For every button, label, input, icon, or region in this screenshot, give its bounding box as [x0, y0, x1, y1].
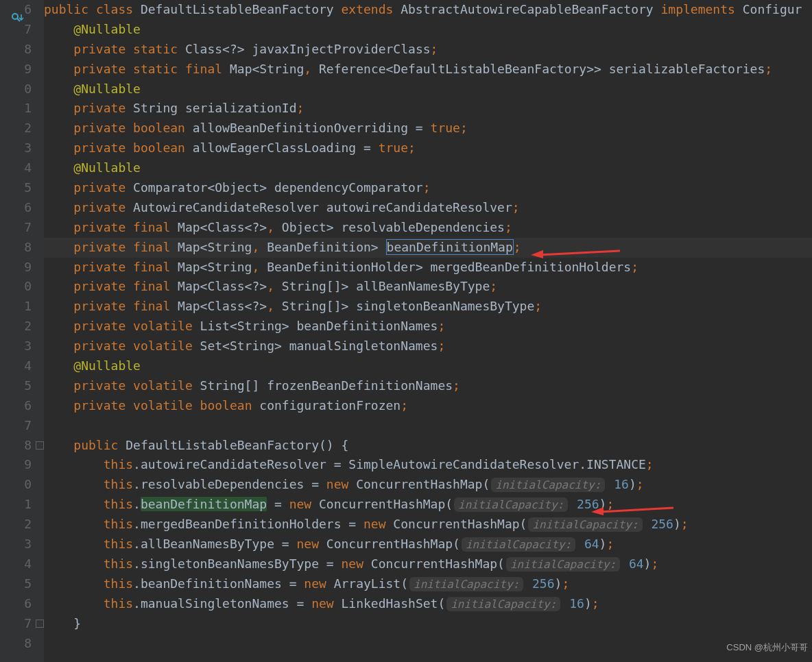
line-number: 9 — [0, 60, 32, 79]
line-number: 2 — [0, 119, 32, 138]
line-number: 9 — [0, 258, 32, 278]
fold-marker-icon[interactable] — [36, 620, 44, 628]
line-number: 1 — [0, 495, 32, 515]
code-line[interactable]: private String serializationId; — [44, 99, 812, 119]
code-line[interactable]: private AutowireCandidateResolver autowi… — [44, 198, 812, 218]
line-number: 7 — [0, 20, 32, 40]
code-line[interactable]: private Comparator<Object> dependencyCom… — [44, 178, 812, 198]
code-line[interactable]: this.mergedBeanDefinitionHolders = new C… — [44, 515, 812, 535]
svg-line-1 — [17, 19, 20, 21]
svg-point-0 — [12, 14, 18, 19]
line-number: 0 — [0, 277, 32, 297]
line-number: 4 — [0, 356, 32, 376]
code-line[interactable]: private static final Map<String, Referen… — [44, 60, 812, 79]
code-line[interactable]: this.allBeanNamesByType = new Concurrent… — [44, 535, 812, 554]
line-number: 0 — [0, 475, 32, 495]
code-line[interactable]: this.beanDefinitionMap = new ConcurrentH… — [44, 495, 812, 515]
code-line[interactable]: public class DefaultListableBeanFactory … — [44, 0, 812, 20]
code-line[interactable]: public DefaultListableBeanFactory() { — [44, 436, 812, 456]
code-line[interactable]: this.singletonBeanNamesByType = new Conc… — [44, 554, 812, 574]
line-number: 3 — [0, 138, 32, 158]
parameter-hint: initialCapacity: — [506, 557, 620, 572]
line-number: 8 — [0, 238, 32, 258]
code-area[interactable]: public class DefaultListableBeanFactory … — [44, 0, 812, 662]
code-line[interactable]: this.resolvableDependencies = new Concur… — [44, 475, 812, 495]
parameter-hint: initialCapacity: — [446, 597, 560, 611]
fold-marker-icon[interactable] — [36, 441, 44, 450]
watermark: CSDN @杭州小哥哥 — [726, 638, 808, 658]
line-number: 4 — [0, 158, 32, 178]
line-number-gutter: 678901234567890123456789012345678 — [0, 0, 44, 662]
line-number: 7 — [0, 218, 32, 238]
code-line[interactable]: private volatile List<String> beanDefini… — [44, 317, 812, 336]
code-line[interactable]: private boolean allowEagerClassLoading =… — [44, 138, 812, 158]
code-line[interactable]: } — [44, 614, 812, 634]
code-line[interactable]: @Nullable — [44, 356, 812, 376]
line-number: 8 — [0, 40, 32, 60]
line-number: 3 — [0, 535, 32, 554]
line-number: 6 — [0, 594, 32, 614]
line-number: 3 — [0, 336, 32, 356]
usage-highlight: beanDefinitionMap — [141, 497, 267, 511]
line-number: 9 — [0, 455, 32, 475]
find-occurrence-icon[interactable] — [11, 8, 25, 18]
code-line[interactable]: this.beanDefinitionNames = new ArrayList… — [44, 574, 812, 594]
line-number: 2 — [0, 317, 32, 336]
code-editor[interactable]: 678901234567890123456789012345678 public… — [0, 0, 812, 662]
line-number: 6 — [0, 198, 32, 218]
parameter-hint: initialCapacity: — [491, 478, 605, 492]
code-line[interactable]: private volatile String[] frozenBeanDefi… — [44, 376, 812, 396]
code-line[interactable]: @Nullable — [44, 20, 812, 40]
code-line[interactable]: this.manualSingletonNames = new LinkedHa… — [44, 594, 812, 614]
line-number: 5 — [0, 178, 32, 198]
line-number: 2 — [0, 515, 32, 535]
parameter-hint: initialCapacity: — [462, 537, 575, 552]
line-number: 7 — [0, 416, 32, 436]
line-number: 5 — [0, 574, 32, 594]
line-number: 1 — [0, 99, 32, 119]
code-line[interactable]: private final Map<String, BeanDefinition… — [44, 258, 812, 278]
line-number: 1 — [0, 297, 32, 317]
code-line[interactable]: private final Map<Class<?>, String[]> si… — [44, 297, 812, 317]
line-number: 8 — [0, 436, 32, 456]
code-line[interactable] — [44, 416, 812, 436]
line-number: 6 — [0, 396, 32, 416]
code-line[interactable]: @Nullable — [44, 158, 812, 178]
parameter-hint: initialCapacity: — [454, 498, 568, 512]
line-number: 4 — [0, 554, 32, 574]
code-line[interactable]: this.autowireCandidateResolver = SimpleA… — [44, 455, 812, 475]
code-line[interactable]: private volatile Set<String> manualSingl… — [44, 336, 812, 356]
code-line[interactable]: private boolean allowBeanDefinitionOverr… — [44, 119, 812, 138]
code-line[interactable]: @Nullable — [44, 79, 812, 99]
code-line[interactable] — [44, 634, 812, 654]
line-number: 5 — [0, 376, 32, 396]
code-line[interactable]: private static Class<?> javaxInjectProvi… — [44, 40, 812, 60]
code-line[interactable]: private volatile boolean configurationFr… — [44, 396, 812, 416]
line-number: 8 — [0, 634, 32, 654]
line-number: 0 — [0, 79, 32, 99]
code-line[interactable]: private final Map<Class<?>, Object> reso… — [44, 218, 812, 238]
parameter-hint: initialCapacity: — [528, 517, 642, 532]
parameter-hint: initialCapacity: — [409, 577, 523, 591]
line-number: 7 — [0, 614, 32, 634]
code-line[interactable]: private final Map<Class<?>, String[]> al… — [44, 277, 812, 297]
selected-identifier: beanDefinitionMap — [386, 239, 514, 255]
code-line[interactable]: private final Map<String, BeanDefinition… — [44, 238, 812, 258]
